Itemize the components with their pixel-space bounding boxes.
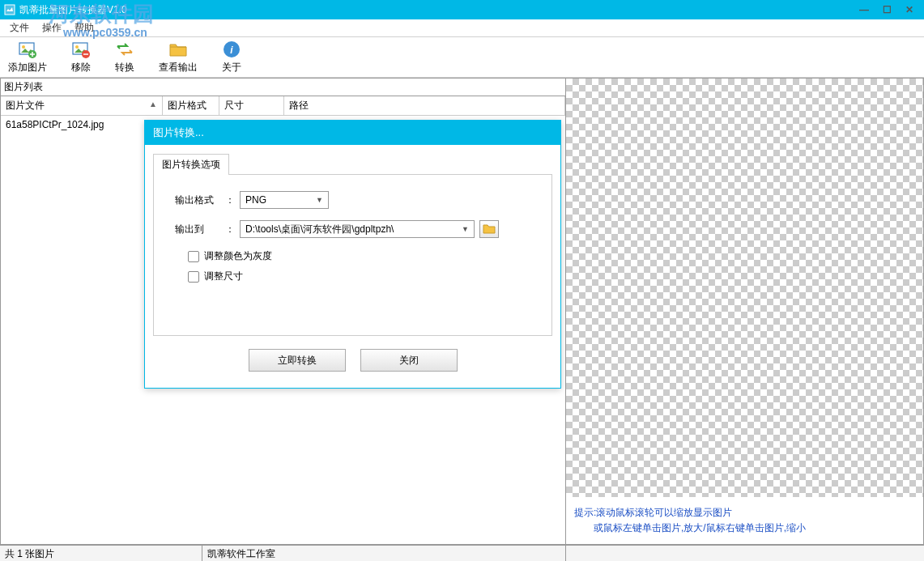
hint-line-2: 或鼠标左键单击图片,放大/鼠标右键单击图片,缩小	[574, 521, 915, 536]
remove-label: 移除	[71, 61, 91, 74]
folder-icon	[483, 223, 496, 236]
browse-button[interactable]	[479, 220, 499, 238]
remove-button[interactable]: 移除	[71, 40, 91, 74]
cell-file: 61a58PICtPr_1024.jpg	[1, 117, 163, 132]
preview-area[interactable]	[566, 79, 923, 497]
sort-arrow-icon: ▲	[149, 100, 157, 108]
titlebar: 凯蒂批量图片转换器V1.0 — ☐ ✕	[0, 0, 924, 19]
output-path-combo[interactable]: D:\tools\桌面\河东软件园\gdpltpzh\ ▼	[240, 220, 475, 238]
status-spacer	[566, 546, 924, 561]
grayscale-checkbox[interactable]	[188, 251, 199, 262]
svg-rect-0	[5, 5, 15, 15]
output-path-value: D:\tools\桌面\河东软件园\gdpltpzh\	[245, 223, 394, 236]
window-title: 凯蒂批量图片转换器V1.0	[19, 3, 858, 17]
label-output-format: 输出格式	[168, 193, 220, 207]
status-studio: 凯蒂软件工作室	[202, 546, 566, 561]
column-file-label: 图片文件	[6, 100, 45, 111]
view-output-button[interactable]: 查看输出	[159, 40, 198, 74]
list-header: 图片文件 ▲ 图片格式 尺寸 路径	[1, 96, 565, 116]
about-label: 关于	[222, 61, 241, 74]
convert-icon	[115, 40, 134, 59]
minimize-button[interactable]: —	[858, 3, 871, 16]
tab-content: 输出格式 ： PNG ▼ 输出到 ： D:\tools\桌面\河东软件园\gdp…	[153, 174, 552, 336]
grayscale-label: 调整颜色为灰度	[204, 249, 272, 263]
menu-file[interactable]: 文件	[3, 19, 36, 36]
hint-line-1: 提示:滚动鼠标滚轮可以缩放显示图片	[574, 505, 915, 521]
preview-panel: 提示:滚动鼠标滚轮可以缩放显示图片 或鼠标左键单击图片,放大/鼠标右键单击图片,…	[566, 78, 924, 545]
label-output-to: 输出到	[168, 223, 220, 236]
output-format-combo[interactable]: PNG ▼	[240, 191, 329, 209]
menu-operate[interactable]: 操作	[36, 19, 68, 36]
resize-checkbox[interactable]	[188, 271, 199, 283]
add-image-button[interactable]: 添加图片	[8, 40, 47, 74]
colon: ：	[225, 193, 235, 207]
resize-label: 调整尺寸	[204, 270, 243, 283]
add-image-icon	[18, 40, 37, 59]
convert-now-button[interactable]: 立即转换	[249, 349, 346, 372]
column-file[interactable]: 图片文件 ▲	[1, 96, 163, 115]
maximize-button[interactable]: ☐	[880, 3, 893, 16]
menubar: 文件 操作 帮助	[0, 19, 924, 37]
output-format-value: PNG	[245, 194, 266, 206]
chevron-down-icon: ▼	[462, 225, 469, 233]
tab-convert-options[interactable]: 图片转换选项	[153, 154, 229, 175]
remove-icon	[71, 40, 91, 59]
menu-help[interactable]: 帮助	[68, 19, 100, 36]
svg-point-2	[22, 45, 25, 49]
statusbar: 共 1 张图片 凯蒂软件工作室	[0, 545, 924, 561]
view-output-label: 查看输出	[159, 61, 198, 74]
colon: ：	[225, 223, 235, 236]
dialog-title[interactable]: 图片转换...	[145, 121, 560, 145]
add-image-label: 添加图片	[8, 61, 47, 74]
close-dialog-button[interactable]: 关闭	[360, 349, 458, 372]
info-icon: i	[222, 40, 241, 59]
column-path[interactable]: 路径	[284, 96, 565, 115]
close-button[interactable]: ✕	[903, 3, 916, 16]
column-size[interactable]: 尺寸	[219, 96, 284, 115]
folder-icon	[168, 40, 188, 59]
column-format[interactable]: 图片格式	[163, 96, 219, 115]
hint-area: 提示:滚动鼠标滚轮可以缩放显示图片 或鼠标左键单击图片,放大/鼠标右键单击图片,…	[566, 497, 923, 544]
panel-title: 图片列表	[1, 79, 565, 96]
status-count: 共 1 张图片	[0, 546, 202, 561]
convert-button[interactable]: 转换	[115, 40, 134, 74]
app-icon	[3, 3, 16, 16]
convert-dialog: 图片转换... 图片转换选项 输出格式 ： PNG ▼ 输出到 ： D:\too…	[144, 120, 561, 389]
toolbar: 添加图片 移除 转换 查看输出 i 关于	[0, 37, 924, 78]
svg-point-5	[75, 45, 79, 49]
convert-label: 转换	[115, 61, 134, 74]
chevron-down-icon: ▼	[316, 196, 323, 204]
about-button[interactable]: i 关于	[222, 40, 241, 74]
